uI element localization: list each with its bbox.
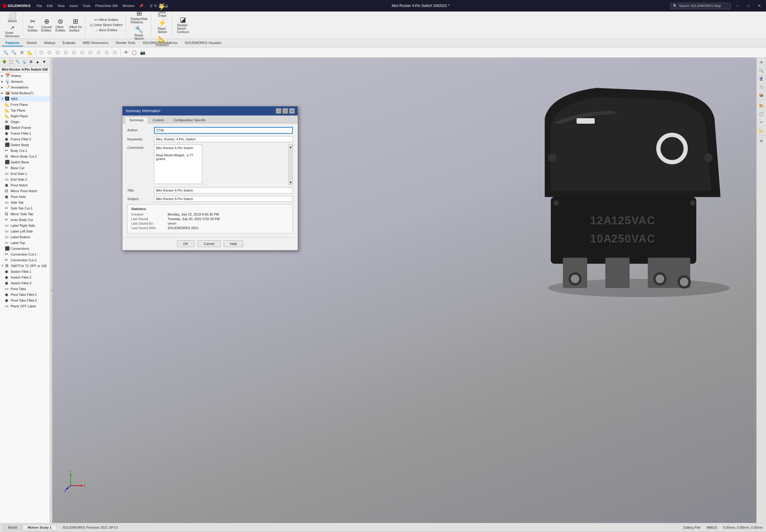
- tree-history[interactable]: ▶ 📅 History: [0, 73, 50, 79]
- stb-view1[interactable]: 👁: [122, 49, 130, 56]
- tab-evaluate[interactable]: Evaluate: [59, 40, 79, 46]
- tree-body-cut-1[interactable]: ✂ Body Cut-1: [0, 148, 50, 153]
- tree-solid-bodies[interactable]: ▶ 📦 Solid Bodies(7): [0, 90, 50, 96]
- move-entities-btn[interactable]: ↔ Move Entities: [94, 28, 119, 32]
- tree-switch-fillet-3[interactable]: ◉ Switch Fillet-3: [0, 280, 50, 286]
- stb-search[interactable]: 🔍: [2, 49, 9, 56]
- menu-edit[interactable]: Edit: [47, 4, 53, 8]
- tab-features[interactable]: Features: [2, 40, 23, 46]
- menu-view[interactable]: View: [57, 4, 65, 8]
- tree-abs[interactable]: ▼ 🅰 ABS: [0, 96, 50, 102]
- tree-switch-72[interactable]: ▼ ⚙ SWITCH 72 OFF or 108: [0, 263, 50, 269]
- subject-input[interactable]: [154, 196, 293, 202]
- tab-mbd[interactable]: MBD Dimensions: [79, 40, 112, 46]
- tree-base-cut[interactable]: ✂ Base Cut: [0, 165, 50, 171]
- minimize-btn[interactable]: ─: [733, 2, 742, 9]
- tree-side-tab[interactable]: ▭ Side Tab: [0, 199, 50, 205]
- stb-box6[interactable]: ⬡: [79, 49, 86, 56]
- tree-switch-frame[interactable]: ⬛ Switch Frame: [0, 125, 50, 130]
- title-input[interactable]: [154, 187, 293, 193]
- dialog-maximize[interactable]: □: [283, 108, 288, 114]
- help-button[interactable]: Help: [224, 240, 243, 247]
- tree-switch-base[interactable]: ⬛ Switch Base: [0, 159, 50, 165]
- menu-window[interactable]: Window: [122, 4, 134, 8]
- comments-textarea[interactable]: Mini Rocker 4-Pin Switch Real-World Weig…: [154, 145, 202, 184]
- smart-dimension-btn[interactable]: ↗ SmartDimension: [4, 24, 21, 39]
- tree-mirror-body-cut-1[interactable]: ⊟ Mirror Body Cut-1: [0, 153, 50, 159]
- sidebar-icon-4[interactable]: 📡: [21, 59, 27, 65]
- tree-mirror-pivot-notch[interactable]: ⊟ Mirror Pivot Notch: [0, 188, 50, 194]
- comments-scrollbar[interactable]: ▲ ▼: [289, 145, 293, 185]
- sidebar-icon-3[interactable]: 🔧: [15, 59, 21, 65]
- dialog-tab-summary[interactable]: Summary: [125, 117, 148, 123]
- stb-box9[interactable]: ⬡: [103, 49, 110, 56]
- shaded-contours-btn[interactable]: ◪ ShadedSketchContours: [176, 15, 191, 35]
- sidebar-icon-5[interactable]: ⚙: [28, 59, 34, 65]
- tree-plane-off-label[interactable]: ▭ Plane OFF Label: [0, 303, 50, 309]
- stb-box7[interactable]: ⬡: [87, 49, 94, 56]
- stb-view3[interactable]: 📷: [139, 49, 146, 56]
- tree-switch-fillet-2[interactable]: ◉ Switch Fillet-2: [0, 274, 50, 280]
- tree-frame-fillet-2[interactable]: ◉ Frame Fillet-2: [0, 136, 50, 142]
- tree-pivot-hole[interactable]: ◉ Pivot Hole: [0, 194, 50, 199]
- repair-sketch-btn[interactable]: 🔧 RepairSketch: [132, 25, 147, 41]
- tab-visualize[interactable]: SOLIDWORKS Visualize: [181, 40, 225, 46]
- tree-origin[interactable]: ⊕ Origin: [0, 119, 50, 125]
- status-tab-motion-study[interactable]: Motion Study 1: [22, 525, 57, 530]
- tab-render[interactable]: Render Tools: [112, 40, 139, 46]
- dialog-close[interactable]: ✕: [289, 108, 295, 114]
- tree-pivot-tabs-fillet-1[interactable]: ◉ Pivot Tabs Fillet-1: [0, 292, 50, 297]
- sidebar-icon-6[interactable]: ▲: [35, 59, 41, 65]
- status-tab-model[interactable]: Model: [3, 525, 22, 530]
- sidebar-icon-2[interactable]: 📋: [8, 59, 14, 65]
- dialog-tab-config[interactable]: Configuration Specific: [169, 117, 210, 123]
- offset-entities-btn[interactable]: ⊜ OffsetEntities: [54, 17, 67, 33]
- stb-box3[interactable]: ⬡: [54, 49, 61, 56]
- 3d-viewport[interactable]: 12A 125VAC 10A 250VAC: [52, 58, 766, 523]
- stb-gear[interactable]: ⚙: [18, 49, 25, 56]
- stb-zoom[interactable]: 🔍: [10, 49, 17, 56]
- maximize-btn[interactable]: □: [744, 2, 753, 9]
- tree-end-side-2[interactable]: ▭ End Side-2: [0, 176, 50, 182]
- stb-box5[interactable]: ⬡: [70, 49, 78, 56]
- tab-addins[interactable]: SOLIDWORKS Add-Ins: [139, 40, 181, 46]
- dialog-tab-custom[interactable]: Custom: [148, 117, 169, 123]
- tree-pivot-tabs-fillet-2[interactable]: ◉ Pivot Tabs Fillet-2: [0, 297, 50, 303]
- sidebar-icon-7[interactable]: ▼: [41, 59, 47, 65]
- dialog-minimize[interactable]: –: [276, 108, 281, 114]
- tree-frame-fillet-1[interactable]: ◉ Frame Fillet-1: [0, 130, 50, 136]
- sidebar-resize-handle[interactable]: ◂: [50, 58, 52, 523]
- cancel-button[interactable]: Cancel: [198, 240, 221, 247]
- menu-photoview[interactable]: PhotoView 360: [95, 4, 118, 8]
- menu-insert[interactable]: Insert: [69, 4, 78, 8]
- menu-pin[interactable]: 📌: [139, 4, 143, 8]
- tree-end-side-1[interactable]: ▭ End Side-1: [0, 171, 50, 176]
- stb-box8[interactable]: ⬡: [95, 49, 102, 56]
- tab-markup[interactable]: Markup: [41, 40, 59, 46]
- help-search-box[interactable]: 🔍 Search SOLIDWORKS Help: [670, 3, 731, 9]
- menu-tools[interactable]: Tools: [83, 4, 91, 8]
- scroll-down[interactable]: ▼: [289, 180, 293, 185]
- quick-snaps-btn[interactable]: ⚡ QuickSnaps: [155, 2, 170, 18]
- stb-box1[interactable]: ⬡: [38, 49, 45, 56]
- tree-side-tab-cut-1[interactable]: ✂ Side Tab Cut-1: [0, 205, 50, 211]
- tab-sketch[interactable]: Sketch: [23, 40, 41, 46]
- tree-connection-cut-2[interactable]: ✂ Connection Cut-2: [0, 257, 50, 263]
- stb-view2[interactable]: ◯: [131, 49, 138, 56]
- tree-connections[interactable]: ⬛ Connections: [0, 246, 50, 251]
- menu-file[interactable]: File: [37, 4, 42, 8]
- stb-box2[interactable]: ⬡: [46, 49, 53, 56]
- tree-pivot-tabs[interactable]: ▭ Pivot Tabs: [0, 286, 50, 292]
- author-input[interactable]: [154, 127, 293, 134]
- tree-front-plane[interactable]: 📐 Front Plane: [0, 102, 50, 107]
- stb-dim[interactable]: 📐: [26, 49, 34, 56]
- tree-connection-cut-1[interactable]: ✂ Connection Cut-1: [0, 251, 50, 257]
- scroll-up[interactable]: ▲: [289, 145, 293, 149]
- stb-box10[interactable]: ⬡: [111, 49, 119, 56]
- tree-annotations[interactable]: ▶ 📝 Annotations: [0, 84, 50, 90]
- tree-switch-body[interactable]: ⬛ Switch Body: [0, 142, 50, 148]
- tree-inner-body-cut[interactable]: ✂ Inner Body Cut: [0, 217, 50, 223]
- linear-pattern-btn[interactable]: ◫ Linear Sketch Pattern: [89, 23, 124, 27]
- tree-sensors[interactable]: ▶ 📡 Sensors: [0, 79, 50, 84]
- convert-entities-btn[interactable]: ⊕ ConvertEntities: [40, 17, 53, 33]
